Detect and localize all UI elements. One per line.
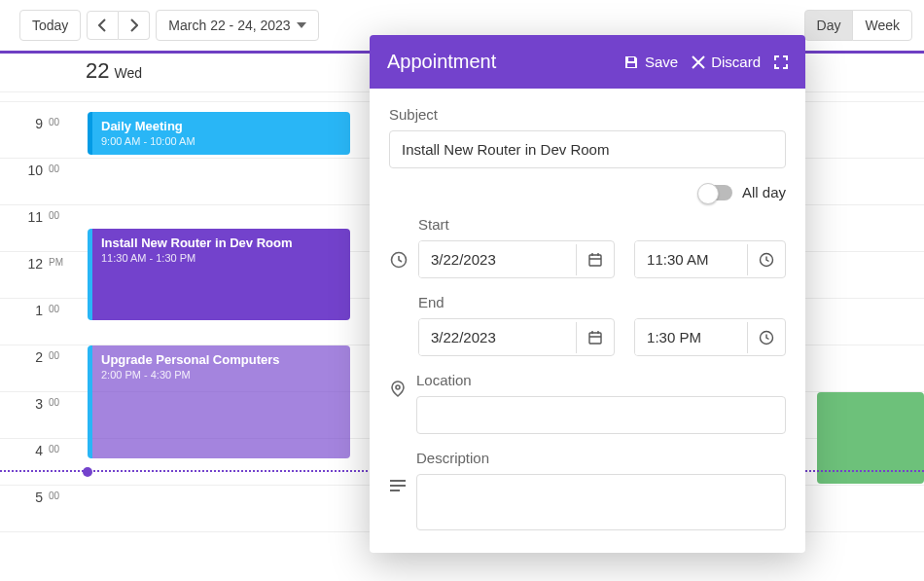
time-picker-button[interactable] xyxy=(747,244,785,275)
calendar-picker-button[interactable] xyxy=(576,244,614,275)
event-time: 9:00 AM - 10:00 AM xyxy=(101,135,341,147)
minute-label: 00 xyxy=(49,392,70,438)
description-label: Description xyxy=(416,450,786,466)
description-icon xyxy=(389,479,407,492)
caret-down-icon xyxy=(297,22,306,28)
hour-label: 1 xyxy=(0,299,49,345)
save-icon xyxy=(623,54,639,70)
start-date-input[interactable] xyxy=(418,240,615,278)
minute-label: 00 xyxy=(49,159,70,204)
hour-label: 12 xyxy=(0,252,49,298)
start-label: Start xyxy=(418,216,449,233)
minute-label: 00 xyxy=(49,439,70,485)
minute-label: 00 xyxy=(49,299,70,345)
minute-label: 00 xyxy=(49,345,70,391)
fullscreen-button[interactable] xyxy=(774,55,788,69)
clock-icon xyxy=(759,252,774,268)
dialog-header: Appointment Save Discard xyxy=(370,35,805,89)
hour-label: 2 xyxy=(0,345,49,391)
hour-label: 5 xyxy=(0,486,49,531)
calendar-event[interactable]: Daily Meeting9:00 AM - 10:00 AM xyxy=(88,112,350,155)
minute-label: 00 xyxy=(49,112,70,158)
time-picker-button[interactable] xyxy=(747,322,785,353)
event-time: 11:30 AM - 1:30 PM xyxy=(101,252,341,264)
location-label: Location xyxy=(416,372,786,388)
chevron-right-icon xyxy=(129,18,138,32)
subject-label: Subject xyxy=(389,106,786,123)
calendar-icon xyxy=(587,330,603,345)
prev-button[interactable] xyxy=(87,11,119,40)
calendar-icon xyxy=(587,252,603,268)
end-date-input[interactable] xyxy=(418,318,615,356)
calendar-picker-button[interactable] xyxy=(576,322,614,353)
hour-label: 3 xyxy=(0,392,49,438)
clock-icon xyxy=(390,251,408,269)
fullscreen-icon xyxy=(774,55,788,69)
all-day-toggle[interactable] xyxy=(699,185,732,200)
svg-rect-1 xyxy=(589,255,601,266)
event-title: Upgrade Personal Computers xyxy=(101,352,341,367)
chevron-left-icon xyxy=(98,18,107,32)
svg-rect-3 xyxy=(589,333,601,344)
next-button[interactable] xyxy=(119,11,150,40)
hour-label: 4 xyxy=(0,439,49,485)
date-range-dropdown[interactable]: March 22 - 24, 2023 xyxy=(156,10,318,41)
start-time-input[interactable] xyxy=(634,240,786,278)
date-range-label: March 22 - 24, 2023 xyxy=(168,18,290,33)
subject-input[interactable] xyxy=(389,130,786,168)
view-week-button[interactable]: Week xyxy=(852,10,912,41)
hour-label: 9 xyxy=(0,112,49,158)
hour-label: 10 xyxy=(0,159,49,204)
event-time: 2:00 PM - 4:30 PM xyxy=(101,369,341,381)
event-title: Install New Router in Dev Room xyxy=(101,236,341,250)
today-button[interactable]: Today xyxy=(19,10,81,41)
calendar-event[interactable]: Install New Router in Dev Room11:30 AM -… xyxy=(88,229,350,320)
event-title: Daily Meeting xyxy=(101,119,341,133)
location-input[interactable] xyxy=(416,396,786,434)
date-weekday: Wed xyxy=(114,65,142,81)
close-icon xyxy=(692,55,705,69)
minute-label: 00 xyxy=(49,205,70,251)
end-time-input[interactable] xyxy=(634,318,786,356)
all-day-label: All day xyxy=(742,184,786,200)
discard-button[interactable]: Discard xyxy=(692,54,761,70)
end-label: End xyxy=(418,294,444,310)
save-button[interactable]: Save xyxy=(623,54,678,70)
location-icon xyxy=(389,381,407,398)
clock-icon xyxy=(759,330,774,345)
calendar-event[interactable]: Upgrade Personal Computers2:00 PM - 4:30… xyxy=(88,345,350,458)
minute-label: 00 xyxy=(49,486,70,531)
description-input[interactable] xyxy=(416,474,786,530)
appointment-dialog: Appointment Save Discard Subject All day… xyxy=(370,35,805,553)
dialog-title: Appointment xyxy=(387,51,610,73)
date-number: 22 xyxy=(86,58,109,84)
current-time-dot xyxy=(83,467,92,477)
hour-label: 11 xyxy=(0,205,49,251)
ampm-label: PM xyxy=(49,252,62,298)
svg-point-5 xyxy=(396,385,400,389)
view-day-button[interactable]: Day xyxy=(804,10,854,41)
